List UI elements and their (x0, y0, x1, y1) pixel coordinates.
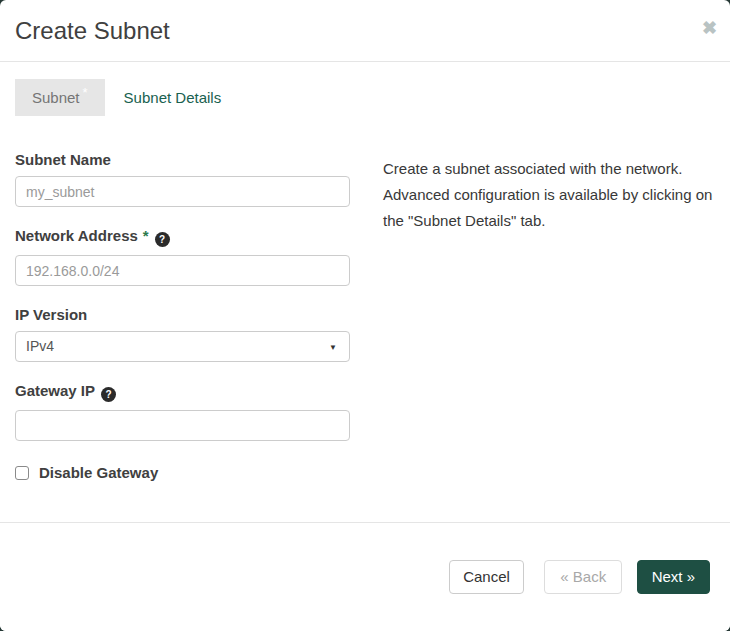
subnet-form: Subnet Name Network Address*? IP Version… (15, 151, 350, 481)
ip-version-select[interactable]: IPv4 ▼ (15, 331, 350, 362)
required-asterisk: * (143, 227, 149, 244)
disable-gateway-group: Disable Gateway (15, 464, 350, 481)
tab-required-marker: * (83, 85, 88, 100)
subnet-name-label: Subnet Name (15, 151, 350, 168)
disable-gateway-checkbox[interactable] (15, 466, 29, 480)
subnet-name-input[interactable] (15, 176, 350, 207)
next-button[interactable]: Next » (637, 560, 710, 594)
create-subnet-dialog: Create Subnet ✖ Subnet* Subnet Details S… (0, 0, 730, 631)
chevron-down-icon: ▼ (329, 342, 337, 351)
ip-version-selected-value: IPv4 (26, 338, 54, 354)
gateway-ip-group: Gateway IP? (15, 382, 350, 441)
subnet-name-group: Subnet Name (15, 151, 350, 207)
cancel-button[interactable]: Cancel (449, 560, 524, 594)
help-text: Create a subnet associated with the netw… (350, 151, 715, 481)
tab-subnet-details-label: Subnet Details (124, 89, 222, 106)
ip-version-group: IP Version IPv4 ▼ (15, 306, 350, 362)
disable-gateway-label[interactable]: Disable Gateway (39, 464, 158, 481)
network-address-input[interactable] (15, 255, 350, 286)
network-address-label: Network Address*? (15, 227, 350, 247)
dialog-title: Create Subnet (15, 16, 710, 46)
tab-subnet[interactable]: Subnet* (15, 79, 105, 116)
dialog-footer: Cancel « Back Next » (0, 522, 730, 631)
tab-subnet-details[interactable]: Subnet Details (105, 79, 239, 116)
help-icon[interactable]: ? (155, 232, 170, 247)
help-icon[interactable]: ? (101, 387, 116, 402)
gateway-ip-label: Gateway IP? (15, 382, 350, 402)
gateway-ip-input[interactable] (15, 410, 350, 441)
close-icon[interactable]: ✖ (702, 18, 717, 38)
ip-version-label: IP Version (15, 306, 350, 323)
network-address-group: Network Address*? (15, 227, 350, 286)
dialog-header: Create Subnet ✖ (0, 0, 730, 62)
back-button[interactable]: « Back (544, 560, 622, 594)
dialog-body: Subnet Name Network Address*? IP Version… (0, 116, 730, 481)
wizard-tabs: Subnet* Subnet Details (15, 79, 715, 116)
tab-subnet-label: Subnet (32, 89, 80, 106)
